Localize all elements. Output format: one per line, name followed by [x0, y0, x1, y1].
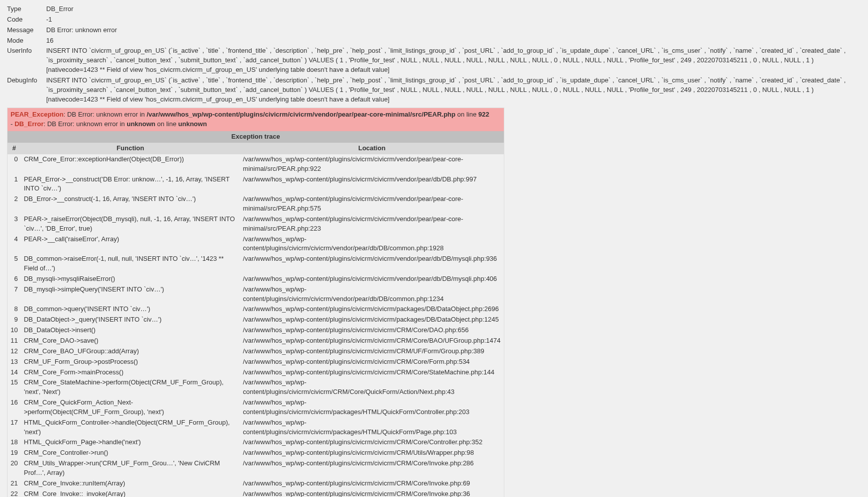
trace-index: 8 — [8, 304, 21, 315]
trace-index: 22 — [8, 489, 21, 497]
trace-index: 2 — [8, 194, 21, 214]
trace-function: CRM_Core_DAO->save() — [21, 336, 240, 346]
trace-location: /var/www/hos_wp/wp-content/plugins/civic… — [240, 315, 504, 325]
trace-function: PEAR->_raiseError(Object(DB_mysqli), nul… — [21, 214, 240, 234]
meta-key: Code — [7, 15, 46, 25]
trace-row: 17HTML_QuickForm_Controller->handle(Obje… — [8, 418, 504, 438]
nested-exception-file: unknown — [127, 120, 155, 128]
trace-function: DB_mysqli->mysqliRaiseError() — [21, 274, 240, 284]
trace-location: /var/www/hos_wp/wp-content/plugins/civic… — [240, 234, 504, 254]
trace-row: 2DB_Error->__construct(-1, 16, Array, 'I… — [8, 194, 504, 214]
trace-function: DB_Error->__construct(-1, 16, Array, 'IN… — [21, 194, 240, 214]
trace-index: 15 — [8, 377, 21, 397]
meta-value: 16 — [46, 36, 861, 46]
trace-row: 6DB_mysqli->mysqliRaiseError()/var/www/h… — [8, 274, 504, 284]
trace-row: 14CRM_Core_Form->mainProcess()/var/www/h… — [8, 367, 504, 378]
trace-function: HTML_QuickForm_Controller->handle(Object… — [21, 418, 240, 438]
trace-location: /var/www/hos_wp/wp-content/plugins/civic… — [240, 448, 504, 458]
meta-key: Mode — [7, 36, 46, 46]
meta-row: UserInfoINSERT INTO `civicrm_uf_group_en… — [7, 46, 861, 75]
trace-function: CRM_Core_Invoke::runItem(Array) — [21, 478, 240, 489]
error-meta-table: TypeDB_ErrorCode-1MessageDB Error: unkno… — [7, 4, 861, 105]
exception-file: /var/www/hos_wp/wp-content/plugins/civic… — [147, 111, 456, 118]
trace-function: HTML_QuickForm_Page->handle('next') — [21, 437, 240, 448]
trace-function: CRM_Core_StateMachine->perform(Object(CR… — [21, 377, 240, 397]
meta-row: TypeDB_Error — [7, 4, 861, 15]
trace-location: /var/www/hos_wp/wp-content/plugins/civic… — [240, 336, 504, 346]
trace-row: 1PEAR_Error->__construct('DB Error: unkn… — [8, 174, 504, 194]
trace-function: CRM_Core_Invoke::_invoke(Array) — [21, 489, 240, 497]
trace-function: CRM_Core_Form->mainProcess() — [21, 367, 240, 378]
trace-index: 21 — [8, 478, 21, 489]
nested-exception-line: unknown — [178, 120, 207, 128]
trace-location: /var/www/hos_wp/wp-content/plugins/civic… — [240, 418, 504, 438]
trace-index: 10 — [8, 325, 21, 336]
trace-row: 5DB_common->raiseError(-1, null, null, '… — [8, 254, 504, 274]
trace-index: 4 — [8, 234, 21, 254]
trace-location: /var/www/hos_wp/wp-content/plugins/civic… — [240, 397, 504, 418]
trace-function: CRM_Core_Error::exceptionHandler(Object(… — [21, 154, 240, 174]
trace-row: 3PEAR->_raiseError(Object(DB_mysqli), nu… — [8, 214, 504, 234]
trace-index: 19 — [8, 448, 21, 458]
trace-location: /var/www/hos_wp/wp-content/plugins/civic… — [240, 489, 504, 497]
trace-index: 1 — [8, 174, 21, 194]
trace-index: 18 — [8, 437, 21, 448]
trace-col-index: # — [8, 143, 21, 154]
trace-index: 9 — [8, 315, 21, 325]
trace-location: /var/www/hos_wp/wp-content/plugins/civic… — [240, 194, 504, 214]
trace-index: 3 — [8, 214, 21, 234]
trace-row: 20CRM_Utils_Wrapper->run('CRM_UF_Form_Gr… — [8, 458, 504, 478]
trace-index: 17 — [8, 418, 21, 438]
nested-exception-message: : DB Error: unknown error in — [44, 120, 127, 128]
trace-index: 16 — [8, 397, 21, 418]
trace-index: 11 — [8, 336, 21, 346]
trace-row: 19CRM_Core_Controller->run()/var/www/hos… — [8, 448, 504, 458]
trace-index: 13 — [8, 357, 21, 367]
trace-index: 7 — [8, 284, 21, 305]
trace-index: 14 — [8, 367, 21, 378]
trace-location: /var/www/hos_wp/wp-content/plugins/civic… — [240, 458, 504, 478]
trace-row: 4PEAR->__call('raiseError', Array)/var/w… — [8, 234, 504, 254]
trace-location: /var/www/hos_wp/wp-content/plugins/civic… — [240, 437, 504, 448]
meta-value: INSERT INTO `civicrm_uf_group_en_US` (`i… — [46, 75, 861, 105]
trace-row: 8DB_common->query('INSERT INTO `civ…')/v… — [8, 304, 504, 315]
trace-location: /var/www/hos_wp/wp-content/plugins/civic… — [240, 367, 504, 378]
trace-location: /var/www/hos_wp/wp-content/plugins/civic… — [240, 304, 504, 315]
trace-function: DB_DataObject->insert() — [21, 325, 240, 336]
meta-value: DB Error: unknown error — [46, 25, 861, 36]
trace-function: DB_mysqli->simpleQuery('INSERT INTO `civ… — [21, 284, 240, 305]
exception-online-text: on line — [456, 111, 479, 118]
trace-row: 13CRM_UF_Form_Group->postProcess()/var/w… — [8, 357, 504, 367]
trace-function: DB_common->raiseError(-1, null, null, 'I… — [21, 254, 240, 274]
trace-col-location: Location — [240, 143, 504, 154]
trace-row: 12CRM_Core_BAO_UFGroup::add(Array)/var/w… — [8, 346, 504, 357]
meta-row: MessageDB Error: unknown error — [7, 25, 861, 36]
trace-table: Exception trace # Function Location 0CRM… — [8, 131, 504, 497]
meta-value: DB_Error — [46, 4, 861, 15]
nested-exception-name: DB_Error — [15, 120, 44, 128]
meta-key: DebugInfo — [7, 75, 46, 105]
exception-name: PEAR_Exception — [11, 111, 63, 118]
trace-index: 0 — [8, 154, 21, 174]
trace-row: 10DB_DataObject->insert()/var/www/hos_wp… — [8, 325, 504, 336]
trace-row: 7DB_mysqli->simpleQuery('INSERT INTO `ci… — [8, 284, 504, 305]
exception-trace-container: PEAR_Exception: DB Error: unknown error … — [7, 108, 504, 497]
trace-index: 5 — [8, 254, 21, 274]
trace-function: CRM_Core_BAO_UFGroup::add(Array) — [21, 346, 240, 357]
meta-value: INSERT INTO `civicrm_uf_group_en_US` (`i… — [46, 46, 861, 75]
trace-row: 15CRM_Core_StateMachine->perform(Object(… — [8, 377, 504, 397]
trace-index: 20 — [8, 458, 21, 478]
trace-location: /var/www/hos_wp/wp-content/plugins/civic… — [240, 254, 504, 274]
trace-function: PEAR_Error->__construct('DB Error: unkno… — [21, 174, 240, 194]
trace-function: CRM_Core_QuickForm_Action_Next->perform(… — [21, 397, 240, 418]
meta-key: Type — [7, 4, 46, 15]
trace-location: /var/www/hos_wp/wp-content/plugins/civic… — [240, 325, 504, 336]
trace-function: DB_common->query('INSERT INTO `civ…') — [21, 304, 240, 315]
meta-row: Mode16 — [7, 36, 861, 46]
trace-row: 18HTML_QuickForm_Page->handle('next')/va… — [8, 437, 504, 448]
meta-row: DebugInfoINSERT INTO `civicrm_uf_group_e… — [7, 75, 861, 105]
trace-function: PEAR->__call('raiseError', Array) — [21, 234, 240, 254]
trace-index: 6 — [8, 274, 21, 284]
trace-row: 9DB_DataObject->_query('INSERT INTO `civ… — [8, 315, 504, 325]
trace-index: 12 — [8, 346, 21, 357]
